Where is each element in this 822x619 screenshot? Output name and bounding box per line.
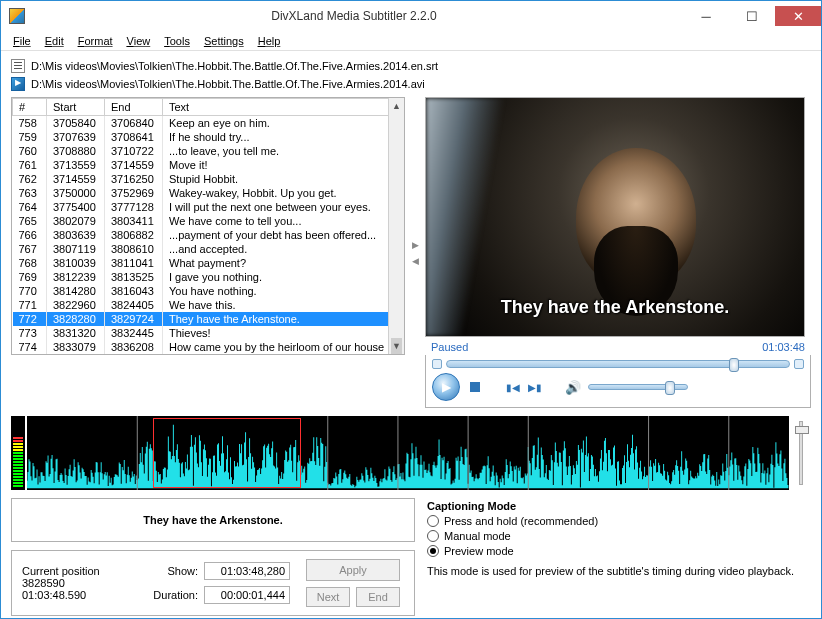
menu-format[interactable]: Format [72,33,119,49]
table-scrollbar[interactable]: ▲ ▼ [388,98,404,354]
srt-path: D:\Mis videos\Movies\Tolkien\The.Hobbit.… [31,60,438,72]
apply-button[interactable]: Apply [306,559,400,581]
menu-tools[interactable]: Tools [158,33,196,49]
cell: We have this. [163,298,404,312]
playback-time: 01:03:48 [762,341,805,353]
cell: 3713559 [47,158,105,172]
next-button[interactable]: ▶▮ [528,380,542,394]
cell: 3807119 [47,242,105,256]
cell: Move it! [163,158,404,172]
show-input[interactable] [204,562,290,580]
menu-file[interactable]: File [7,33,37,49]
subtitle-table[interactable]: # Start End Text 75837058403706840Keep a… [11,97,405,355]
cell: I gave you nothing. [163,270,404,284]
volume-bar[interactable] [588,384,688,390]
next-sub-button[interactable]: Next [306,587,350,607]
table-row[interactable]: 77338313203832445Thieves! [13,326,404,340]
table-row[interactable]: 77138229603824405We have this. [13,298,404,312]
cell: 3706840 [105,116,163,131]
maximize-button[interactable]: ☐ [729,6,775,26]
radio-manual-label: Manual mode [444,530,511,542]
table-row[interactable]: 76037088803710722...to leave, you tell m… [13,144,404,158]
volume-knob[interactable] [665,381,675,395]
video-frame-face [576,148,696,288]
table-row[interactable]: 75837058403706840Keep an eye on him. [13,116,404,131]
level-meter [11,416,25,490]
cell: We have come to tell you... [163,214,404,228]
cell: 3832445 [105,326,163,340]
cell: 3828280 [47,312,105,326]
minimize-button[interactable]: ─ [683,6,729,26]
zoom-thumb[interactable] [795,426,809,434]
table-row[interactable]: 76738071193808610...and accepted. [13,242,404,256]
video-preview[interactable]: They have the Arkenstone. [425,97,805,337]
video-file-icon [11,77,25,91]
seek-knob[interactable] [729,358,739,372]
current-position-value: 3828590 [22,577,132,589]
table-row[interactable]: 75937076393708641If he should try... [13,130,404,144]
splitter[interactable]: ▶ ◀ [411,97,419,408]
table-row[interactable]: 77438330793836208How came you by the hei… [13,340,404,354]
captioning-mode-title: Captioning Mode [427,500,516,512]
table-row[interactable]: 76938122393813525I gave you nothing. [13,270,404,284]
table-row[interactable]: 77238282803829724They have the Arkenston… [13,312,404,326]
cell: 3831320 [47,326,105,340]
cell: 3752969 [105,186,163,200]
menu-settings[interactable]: Settings [198,33,250,49]
cell: 3803411 [105,214,163,228]
col-start[interactable]: Start [47,99,105,116]
table-row[interactable]: 76538020793803411We have come to tell yo… [13,214,404,228]
table-row[interactable]: 76137135593714559Move it! [13,158,404,172]
subtitle-edit-box[interactable]: They have the Arkenstone. [11,498,415,542]
menu-view[interactable]: View [121,33,157,49]
cell: 3836208 [105,340,163,354]
cell: 3708641 [105,130,163,144]
col-num[interactable]: # [13,99,47,116]
end-sub-button[interactable]: End [356,587,400,607]
stop-button[interactable] [468,380,482,394]
duration-input[interactable] [204,586,290,604]
splitter-right-icon[interactable]: ▶ [412,240,419,250]
play-button[interactable]: ▶ [432,373,460,401]
radio-press-hold[interactable] [427,515,439,527]
table-row[interactable]: 76437754003777128I will put the next one… [13,200,404,214]
seek-start-icon[interactable] [432,359,442,369]
volume-icon[interactable]: 🔊 [566,380,580,394]
splitter-left-icon[interactable]: ◀ [412,256,419,266]
waveform-zoom-slider[interactable] [791,416,811,490]
cell: 3777128 [105,200,163,214]
cell: 770 [13,284,47,298]
cell: 760 [13,144,47,158]
table-row[interactable]: 76838100393811041What payment? [13,256,404,270]
menu-help[interactable]: Help [252,33,287,49]
cell: 772 [13,312,47,326]
table-row[interactable]: 76638036393806882...payment of your debt… [13,228,404,242]
seek-bar[interactable] [446,360,790,368]
cell: 763 [13,186,47,200]
captioning-mode-desc: This mode is used for preview of the sub… [427,565,811,577]
col-end[interactable]: End [105,99,163,116]
cell: 761 [13,158,47,172]
cell: 3802079 [47,214,105,228]
table-row[interactable]: 77038142803816043You have nothing. [13,284,404,298]
menu-edit[interactable]: Edit [39,33,70,49]
scroll-down-icon[interactable]: ▼ [389,338,404,354]
cell: 759 [13,130,47,144]
seek-end-icon[interactable] [794,359,804,369]
close-button[interactable]: ✕ [775,6,821,26]
waveform-selection[interactable] [153,418,301,488]
cell: 3824405 [105,298,163,312]
col-text[interactable]: Text [163,99,404,116]
window-title: DivXLand Media Subtitler 2.2.0 [25,9,683,23]
waveform[interactable]: ▼ [27,416,789,490]
radio-manual[interactable] [427,530,439,542]
cell: Wakey-wakey, Hobbit. Up you get. [163,186,404,200]
table-row[interactable]: 76237145593716250Stupid Hobbit. [13,172,404,186]
playback-state: Paused [431,341,468,353]
table-row[interactable]: 76337500003752969Wakey-wakey, Hobbit. Up… [13,186,404,200]
radio-preview[interactable] [427,545,439,557]
cell: 3714559 [47,172,105,186]
cell: 769 [13,270,47,284]
prev-button[interactable]: ▮◀ [506,380,520,394]
scroll-up-icon[interactable]: ▲ [389,98,404,114]
